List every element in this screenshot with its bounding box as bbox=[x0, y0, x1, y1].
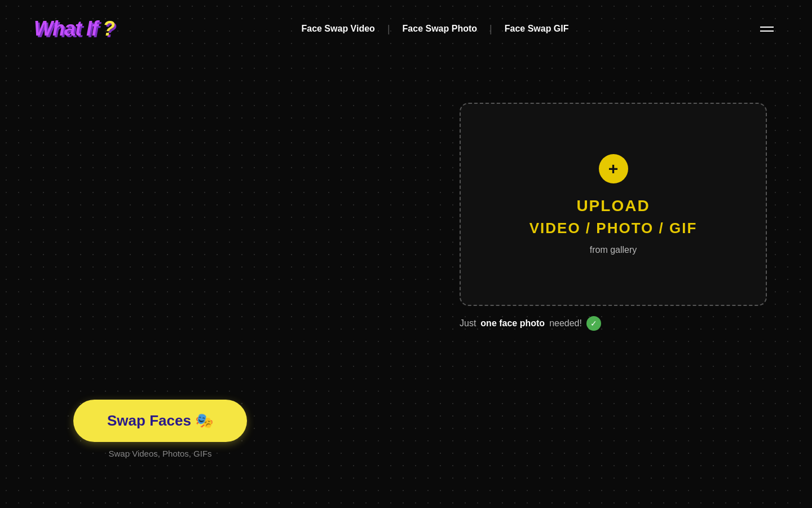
main-nav: Face Swap Video | Face Swap Photo | Face… bbox=[294, 20, 575, 37]
nav-divider-2: | bbox=[489, 23, 492, 35]
menu-line-1 bbox=[760, 27, 774, 28]
main-content: Swap Faces 🎭 Swap Videos, Photos, GIFs +… bbox=[0, 52, 812, 503]
nav-face-swap-video[interactable]: Face Swap Video bbox=[294, 20, 381, 37]
nav-divider-1: | bbox=[387, 23, 390, 35]
nav-face-swap-photo[interactable]: Face Swap Photo bbox=[396, 20, 484, 37]
face-photo-note: Just one face photo needed! ✓ bbox=[460, 316, 601, 331]
face-note-suffix: needed! bbox=[549, 318, 582, 329]
face-note-bold: one face photo bbox=[480, 318, 545, 329]
shield-check-icon: ✓ bbox=[586, 316, 601, 331]
menu-line-2 bbox=[760, 30, 774, 32]
logo[interactable]: What If ? bbox=[34, 17, 114, 41]
header: What If ? Face Swap Video | Face Swap Ph… bbox=[0, 0, 812, 52]
upload-title: UPLOAD bbox=[576, 197, 650, 215]
logo-text: What If ? bbox=[34, 17, 114, 40]
face-note-prefix: Just bbox=[460, 318, 476, 329]
right-section: + UPLOAD VIDEO / PHOTO / GIF from galler… bbox=[460, 86, 767, 331]
upload-subtitle: VIDEO / PHOTO / GIF bbox=[529, 220, 698, 237]
swap-faces-button[interactable]: Swap Faces 🎭 bbox=[73, 400, 247, 442]
menu-button[interactable] bbox=[756, 22, 778, 36]
nav-face-swap-gif[interactable]: Face Swap GIF bbox=[498, 20, 576, 37]
upload-from-label: from gallery bbox=[590, 245, 637, 255]
upload-box[interactable]: + UPLOAD VIDEO / PHOTO / GIF from galler… bbox=[460, 103, 767, 306]
left-section: Swap Faces 🎭 Swap Videos, Photos, GIFs bbox=[73, 86, 247, 503]
swap-subtitle: Swap Videos, Photos, GIFs bbox=[73, 449, 247, 458]
upload-plus-icon: + bbox=[599, 154, 628, 183]
